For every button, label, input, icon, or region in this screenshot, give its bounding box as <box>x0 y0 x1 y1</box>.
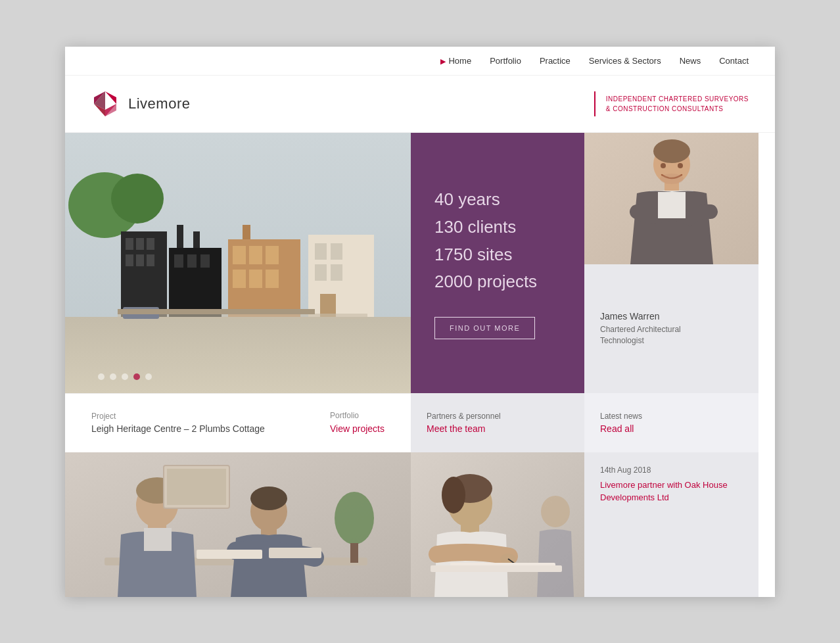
svg-rect-28 <box>249 270 262 288</box>
svg-rect-36 <box>320 294 336 317</box>
building-scene <box>65 133 411 393</box>
stat-years: 40 years <box>434 186 561 214</box>
tagline-text: INDEPENDENT CHARTERED SURVEYORS & CONSTR… <box>606 94 749 114</box>
svg-point-42 <box>653 139 690 163</box>
svg-rect-54 <box>144 528 172 551</box>
svg-point-48 <box>660 174 684 184</box>
svg-rect-73 <box>431 565 562 572</box>
svg-rect-16 <box>147 254 154 266</box>
svg-rect-59 <box>269 548 321 558</box>
svg-rect-13 <box>147 238 154 250</box>
person-info: James Warren Chartered Architectural Tec… <box>584 264 758 393</box>
svg-point-46 <box>661 163 666 168</box>
svg-rect-30 <box>243 225 250 239</box>
svg-rect-63 <box>167 469 226 505</box>
svg-rect-45 <box>658 192 686 218</box>
slider-dots <box>98 373 152 380</box>
person-svg <box>584 133 758 264</box>
stat-sites: 1750 sites <box>434 241 561 269</box>
nav-contact[interactable]: Contact <box>719 56 749 66</box>
caption-right: Portfolio View projects <box>330 411 385 435</box>
top-nav: ▶Home Portfolio Practice Services & Sect… <box>65 47 775 76</box>
meet-team-link[interactable]: Meet the team <box>427 423 569 434</box>
find-out-more-button[interactable]: FIND OUT MORE <box>434 317 535 339</box>
news-label: Latest news <box>600 412 743 421</box>
svg-rect-7 <box>65 317 411 393</box>
person-title: Chartered Architectural Technologist <box>600 324 743 346</box>
nav-news[interactable]: News <box>680 56 701 66</box>
meeting-scene-svg <box>65 452 411 597</box>
stat-clients: 130 clients <box>434 214 561 241</box>
header-bar: Livemore INDEPENDENT CHARTERED SURVEYORS… <box>65 76 775 133</box>
working-person-svg <box>411 452 584 597</box>
dot-3[interactable] <box>122 373 128 380</box>
bottom-left-image <box>65 452 411 597</box>
dot-5[interactable] <box>145 373 152 380</box>
svg-marker-0 <box>105 91 116 104</box>
svg-point-56 <box>250 487 287 510</box>
nav-services[interactable]: Services & Sectors <box>589 56 661 66</box>
svg-rect-39 <box>118 309 315 314</box>
news-panel-top: Latest news Read all <box>584 393 758 452</box>
dot-2[interactable] <box>110 373 116 380</box>
svg-rect-26 <box>266 246 279 264</box>
project-caption: Project Leigh Heritage Centre – 2 Plumbs… <box>65 393 411 452</box>
read-all-link[interactable]: Read all <box>600 423 743 434</box>
nav-practice[interactable]: Practice <box>540 56 571 66</box>
bottom-mid-image <box>411 452 584 597</box>
logo-area: Livemore <box>91 90 190 118</box>
svg-rect-33 <box>331 243 342 260</box>
tagline-divider <box>594 91 595 116</box>
bottom-right-panel: 14th Aug 2018 Livemore partner with Oak … <box>584 452 758 597</box>
browser-window: ▶Home Portfolio Practice Services & Sect… <box>65 47 775 597</box>
nav-portfolio[interactable]: Portfolio <box>490 56 521 66</box>
nav-home[interactable]: ▶Home <box>440 56 471 66</box>
svg-rect-58 <box>197 550 262 559</box>
svg-rect-25 <box>249 246 262 264</box>
bottom-section: 14th Aug 2018 Livemore partner with Oak … <box>65 452 775 597</box>
person-name: James Warren <box>600 311 743 322</box>
stats-panel: 40 years 130 clients 1750 sites 2000 pro… <box>411 133 584 393</box>
svg-rect-35 <box>331 264 342 281</box>
news-date: 14th Aug 2018 <box>600 465 743 475</box>
svg-rect-14 <box>126 254 133 266</box>
project-label: Project <box>91 412 265 421</box>
svg-rect-12 <box>136 238 144 250</box>
logo-icon <box>91 90 119 118</box>
buildings-svg <box>65 133 411 393</box>
svg-point-65 <box>541 496 570 527</box>
svg-rect-61 <box>350 543 358 563</box>
svg-rect-27 <box>233 270 246 288</box>
partners-panel: Partners & personnel Meet the team <box>411 393 584 452</box>
svg-marker-5 <box>105 104 116 116</box>
view-projects-link[interactable]: View projects <box>330 423 385 434</box>
person-photo <box>584 133 758 264</box>
svg-point-68 <box>442 477 465 513</box>
svg-rect-24 <box>233 246 246 264</box>
home-arrow-icon: ▶ <box>440 57 446 65</box>
svg-rect-20 <box>200 254 210 268</box>
project-title: Leigh Heritage Centre – 2 Plumbs Cottage <box>91 423 265 434</box>
news-article-link[interactable]: Livemore partner with Oak House Developm… <box>600 480 728 502</box>
svg-rect-11 <box>126 238 133 250</box>
caption-left: Project Leigh Heritage Centre – 2 Plumbs… <box>91 412 265 434</box>
svg-rect-29 <box>266 270 279 288</box>
svg-point-9 <box>111 174 164 224</box>
hero-image-section <box>65 133 411 393</box>
tagline-area: INDEPENDENT CHARTERED SURVEYORS & CONSTR… <box>594 91 749 116</box>
dot-4[interactable] <box>133 373 140 380</box>
dot-1[interactable] <box>98 373 105 380</box>
svg-rect-34 <box>315 264 327 281</box>
svg-rect-19 <box>187 254 197 268</box>
logo-text: Livemore <box>128 95 190 112</box>
partners-label: Partners & personnel <box>427 412 569 421</box>
news-date-section: 14th Aug 2018 Livemore partner with Oak … <box>584 452 758 597</box>
svg-rect-22 <box>193 231 200 248</box>
person-panel: James Warren Chartered Architectural Tec… <box>584 133 758 393</box>
portfolio-label: Portfolio <box>330 411 385 420</box>
svg-point-60 <box>335 492 374 544</box>
svg-rect-15 <box>136 254 144 266</box>
svg-rect-18 <box>174 254 183 268</box>
svg-rect-32 <box>315 243 327 260</box>
main-grid: 40 years 130 clients 1750 sites 2000 pro… <box>65 133 775 452</box>
